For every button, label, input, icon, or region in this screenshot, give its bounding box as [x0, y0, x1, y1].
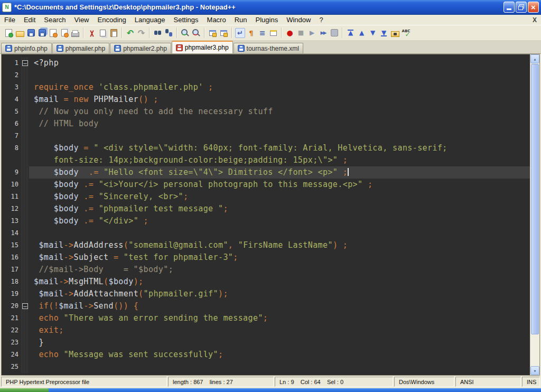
code-line: 22 exit;	[2, 324, 530, 337]
cut-icon[interactable]	[87, 28, 97, 38]
macro-play-icon[interactable]	[307, 28, 317, 38]
undo-icon[interactable]	[125, 28, 135, 38]
line-number: 14	[2, 227, 21, 239]
paste-icon[interactable]	[109, 28, 119, 38]
macro-run-multiple-icon[interactable]	[318, 28, 328, 38]
minimize-button[interactable]	[503, 2, 515, 13]
macro-save-icon[interactable]	[329, 28, 339, 38]
code-line: 2	[2, 69, 530, 81]
macro-stop-icon[interactable]	[296, 28, 306, 38]
nav-first-icon[interactable]	[346, 28, 356, 38]
replace-icon[interactable]	[164, 28, 174, 38]
line-number: 20	[2, 300, 21, 312]
menu-item-macro[interactable]: Macro	[203, 15, 230, 24]
fold-collapse-icon[interactable]: –	[22, 60, 28, 66]
text-caret	[348, 168, 349, 176]
save-all-icon[interactable]	[37, 28, 47, 38]
spell-check-icon[interactable]	[401, 28, 411, 38]
tab-phpmailer2.php[interactable]: phpmailer2.php	[110, 43, 171, 53]
nav-prev-icon[interactable]	[357, 28, 367, 38]
macro-record-icon[interactable]	[285, 28, 295, 38]
status-bar: PHP Hypertext Preprocessor file length :…	[0, 376, 541, 388]
scroll-down-icon[interactable]	[530, 366, 539, 375]
menu-item-settings[interactable]: Settings	[170, 15, 203, 24]
vertical-scrollbar[interactable]	[530, 54, 539, 375]
tab-tournas-theme.xml[interactable]: tournas-theme.xml	[234, 43, 303, 53]
menu-item-edit[interactable]: Edit	[20, 15, 40, 24]
code-line: 23 }	[2, 337, 530, 349]
scroll-up-icon[interactable]	[530, 54, 539, 63]
code-text: $mail = new PHPMailer() ;	[29, 94, 530, 106]
menu-item-language[interactable]: Language	[130, 15, 170, 24]
new-file-icon[interactable]	[4, 28, 14, 38]
find-icon[interactable]	[153, 28, 163, 38]
save-icon[interactable]	[26, 28, 36, 38]
status-cursor-position: Ln : 9 Col : 64 Sel : 0	[275, 377, 393, 387]
code-text: }	[29, 337, 530, 349]
saved-disk-icon	[5, 45, 12, 52]
sync-h-icon[interactable]	[219, 28, 229, 38]
code-text: $body .= "Sincerely, <br>";	[29, 191, 530, 203]
tab-phpmailer.php[interactable]: phpmailer.php	[52, 43, 109, 53]
start-button[interactable]	[0, 388, 49, 392]
menu-item-plugins[interactable]: Plugins	[251, 15, 283, 24]
close-all-icon[interactable]	[59, 28, 69, 38]
menu-item-run[interactable]: Run	[230, 15, 251, 24]
menubar-close-icon[interactable]: X	[528, 16, 541, 24]
menu-bar: FileEditSearchViewEncodingLanguageSettin…	[0, 15, 541, 25]
code-line: 24 echo "Message was sent successfully";	[2, 349, 530, 361]
code-area[interactable]: 1–<?php23require_once 'class.phpmailer.p…	[2, 54, 530, 375]
fold-margin	[21, 288, 29, 300]
tab-phpmailer3.php[interactable]: phpmailer3.php	[172, 41, 233, 53]
word-wrap-icon[interactable]	[235, 28, 245, 38]
code-text: <?php	[29, 57, 530, 69]
notepadpp-app-icon: N	[2, 3, 12, 12]
indent-guide-icon[interactable]	[257, 28, 267, 38]
open-file-icon[interactable]	[15, 28, 25, 38]
toolbar	[0, 25, 541, 41]
sync-v-icon[interactable]	[208, 28, 218, 38]
toolbar-separator	[149, 27, 150, 38]
editor[interactable]: 1–<?php23require_once 'class.phpmailer.p…	[1, 54, 540, 376]
line-number: 16	[2, 251, 21, 264]
line-number: 12	[2, 203, 21, 215]
menu-item-help[interactable]: ?	[315, 15, 327, 24]
line-number: 4	[2, 94, 21, 106]
session-icon[interactable]	[390, 28, 400, 38]
toolbar-separator	[281, 27, 282, 38]
code-line: 17 //$mail->Body = "$body";	[2, 264, 530, 276]
code-line: 21 echo "There was an error sending the …	[2, 312, 530, 324]
fold-margin	[21, 179, 29, 191]
toolbar-separator	[231, 27, 232, 38]
menu-item-encoding[interactable]: Encoding	[94, 15, 130, 24]
copy-icon[interactable]	[98, 28, 108, 38]
nav-next-icon[interactable]	[368, 28, 378, 38]
user-dialog-icon[interactable]	[268, 28, 278, 38]
code-text: $body .= "phpmailer test message ";	[29, 203, 530, 215]
code-text	[29, 130, 530, 142]
menu-item-file[interactable]: File	[0, 15, 20, 24]
print-icon[interactable]	[70, 28, 80, 38]
close-button[interactable]	[528, 2, 539, 13]
line-number: 2	[2, 69, 21, 81]
line-number: 13	[2, 215, 21, 227]
close-icon[interactable]	[48, 28, 58, 38]
code-text: $body .= "<i>Your</i> personal photograp…	[29, 179, 530, 191]
menu-item-view[interactable]: View	[70, 15, 94, 24]
redo-icon[interactable]	[136, 28, 146, 38]
show-all-chars-icon[interactable]	[246, 28, 256, 38]
zoom-in-icon[interactable]	[180, 28, 190, 38]
tab-phpinfo.php[interactable]: phpinfo.php	[1, 43, 52, 53]
fold-collapse-icon[interactable]: –	[22, 303, 28, 309]
menu-item-window[interactable]: Window	[282, 15, 315, 24]
line-number: 8	[2, 142, 21, 154]
zoom-out-icon[interactable]	[191, 28, 201, 38]
scrollbar-thumb[interactable]	[531, 64, 539, 334]
fold-margin	[21, 154, 29, 166]
windows-taskbar[interactable]	[0, 388, 541, 392]
menu-item-search[interactable]: Search	[40, 15, 70, 24]
title-bar[interactable]: N *C:\Documents and Settings\z\Desktop\p…	[0, 0, 541, 15]
restore-button[interactable]	[516, 2, 527, 13]
nav-last-icon[interactable]	[379, 28, 389, 38]
toolbar-separator	[83, 27, 84, 38]
